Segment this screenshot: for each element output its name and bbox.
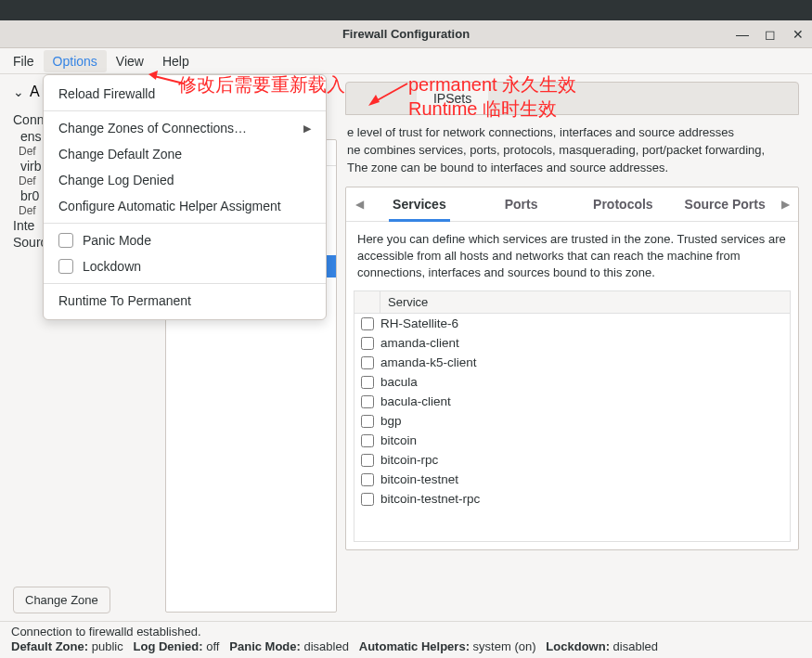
options-dropdown: Reload Firewalld Change Zones of Connect… <box>43 74 327 320</box>
dd-sep <box>44 110 326 111</box>
service-checkbox[interactable] <box>361 376 374 389</box>
service-row[interactable]: bitcoin <box>354 431 790 450</box>
zone-description: e level of trust for network connections… <box>345 115 799 187</box>
dd-configure-helper-label: Configure Automatic Helper Assigment <box>58 199 281 213</box>
service-row[interactable]: bitcoin-testnet-rpc <box>354 489 790 509</box>
service-row[interactable]: amanda-k5-client <box>354 353 790 372</box>
service-name: bgp <box>380 414 402 428</box>
dd-configure-helper[interactable]: Configure Automatic Helper Assigment <box>44 193 326 219</box>
status-line2: Default Zone: public Log Denied: off Pan… <box>11 639 801 653</box>
menu-help[interactable]: Help <box>153 50 199 72</box>
statusbar: Connection to firewalld established. Def… <box>0 621 812 658</box>
dd-change-log[interactable]: Change Log Denied <box>44 167 326 193</box>
menu-file[interactable]: File <box>4 50 44 72</box>
checkbox-icon[interactable] <box>58 259 73 274</box>
service-checkbox[interactable] <box>361 434 374 447</box>
status-defzone-label: Default Zone: <box>11 639 88 653</box>
service-row[interactable]: bgp <box>354 411 790 431</box>
menubar: File Options View Help <box>0 48 812 74</box>
subtab-ports[interactable]: Ports <box>470 187 573 221</box>
subtab-services[interactable]: Services <box>368 187 470 221</box>
dd-change-zones[interactable]: Change Zones of Connections…▶ <box>44 115 326 141</box>
right-panel: Zones IPSets e level of trust for networ… <box>345 82 799 550</box>
status-logdenied: off <box>206 639 219 653</box>
top-tabs: Zones IPSets <box>345 82 799 115</box>
service-row[interactable]: bitcoin-rpc <box>354 450 790 470</box>
service-checkbox[interactable] <box>361 454 374 467</box>
dd-reload-label: Reload Firewalld <box>58 86 155 101</box>
services-description: Here you can define which services are t… <box>346 222 798 291</box>
dd-change-log-label: Change Log Denied <box>58 173 174 187</box>
window-titlebar: Firewall Configuration — ◻ ✕ <box>0 20 812 48</box>
service-name: amanda-k5-client <box>380 355 477 369</box>
status-lockdown-label: Lockdown: <box>546 639 610 653</box>
subtab-arrow-left-icon[interactable]: ◀ <box>350 198 368 211</box>
dd-lockdown[interactable]: Lockdown <box>44 253 326 279</box>
service-row[interactable]: RH-Satellite-6 <box>354 314 790 333</box>
service-checkbox[interactable] <box>361 473 374 486</box>
close-button[interactable]: ✕ <box>784 27 812 42</box>
dd-change-zones-label: Change Zones of Connections… <box>58 121 247 135</box>
status-auto-label: Automatic Helpers: <box>359 639 470 653</box>
checkbox-icon[interactable] <box>58 233 73 248</box>
service-name: amanda-client <box>380 336 459 350</box>
service-name: RH-Satellite-6 <box>380 316 458 330</box>
dd-reload[interactable]: Reload Firewalld <box>44 81 326 107</box>
service-checkbox[interactable] <box>361 356 374 369</box>
service-checkbox[interactable] <box>361 317 374 330</box>
status-panic-label: Panic Mode: <box>229 639 301 653</box>
maximize-button[interactable]: ◻ <box>756 27 784 42</box>
sub-tabs: ◀ Services Ports Protocols Source Ports … <box>346 187 798 222</box>
service-name: bitcoin-testnet <box>380 472 458 486</box>
dd-change-default-label: Change Default Zone <box>58 147 182 161</box>
service-name: bitcoin-testnet-rpc <box>380 492 480 506</box>
service-checkbox[interactable] <box>361 493 374 506</box>
submenu-arrow-icon: ▶ <box>303 123 311 135</box>
desktop-top-bar <box>0 0 812 20</box>
service-row[interactable]: bitcoin-testnet <box>354 470 790 489</box>
window-controls: — ◻ ✕ <box>728 20 812 47</box>
subtab-arrow-right-icon[interactable]: ▶ <box>776 198 794 211</box>
service-name: bitcoin-rpc <box>380 453 438 467</box>
subtab-protocols[interactable]: Protocols <box>573 187 675 221</box>
dd-sep <box>44 283 326 284</box>
status-panic: disabled <box>304 639 349 653</box>
status-defzone: public <box>92 639 123 653</box>
combobox-label: A <box>30 84 40 100</box>
menu-view[interactable]: View <box>107 50 153 72</box>
change-zone-wrap: Change Zone <box>13 587 110 613</box>
dd-panic-label: Panic Mode <box>83 233 151 248</box>
dd-lockdown-label: Lockdown <box>83 259 141 274</box>
dd-sep <box>44 223 326 224</box>
status-connection: Connection to firewalld established. <box>11 625 801 639</box>
dd-change-default[interactable]: Change Default Zone <box>44 141 326 167</box>
service-name: bitcoin <box>380 433 417 447</box>
menu-options[interactable]: Options <box>44 50 107 72</box>
service-row[interactable]: bacula-client <box>354 392 790 411</box>
dd-runtime-permanent-label: Runtime To Permanent <box>58 293 191 308</box>
status-auto: system (on) <box>473 639 536 653</box>
dd-runtime-permanent[interactable]: Runtime To Permanent <box>44 288 326 314</box>
tab-ipsets[interactable]: IPSets <box>417 83 488 114</box>
status-logdenied-label: Log Denied: <box>134 639 203 653</box>
service-column-header: Service <box>380 291 790 313</box>
minimize-button[interactable]: — <box>728 27 756 42</box>
change-zone-button[interactable]: Change Zone <box>13 587 110 613</box>
dd-panic[interactable]: Panic Mode <box>44 227 326 253</box>
service-name: bacula <box>380 375 418 389</box>
subtab-sourceports[interactable]: Source Ports <box>674 187 776 221</box>
service-checkbox[interactable] <box>361 395 374 408</box>
services-rows: RH-Satellite-6amanda-clientamanda-k5-cli… <box>354 314 790 540</box>
services-list: Service RH-Satellite-6amanda-clientamand… <box>354 290 791 541</box>
chevron-down-icon[interactable]: ⌄ <box>13 84 24 99</box>
service-checkbox[interactable] <box>361 337 374 350</box>
service-row[interactable]: bacula <box>354 372 790 392</box>
service-name: bacula-client <box>380 394 451 408</box>
combobox-row: ⌄ A <box>13 84 40 100</box>
services-list-header: Service <box>354 291 790 314</box>
service-row[interactable]: amanda-client <box>354 333 790 353</box>
services-wrap: ◀ Services Ports Protocols Source Ports … <box>345 187 799 550</box>
status-lockdown: disabled <box>613 639 658 653</box>
service-checkbox[interactable] <box>361 415 374 428</box>
window-title: Firewall Configuration <box>342 27 470 41</box>
